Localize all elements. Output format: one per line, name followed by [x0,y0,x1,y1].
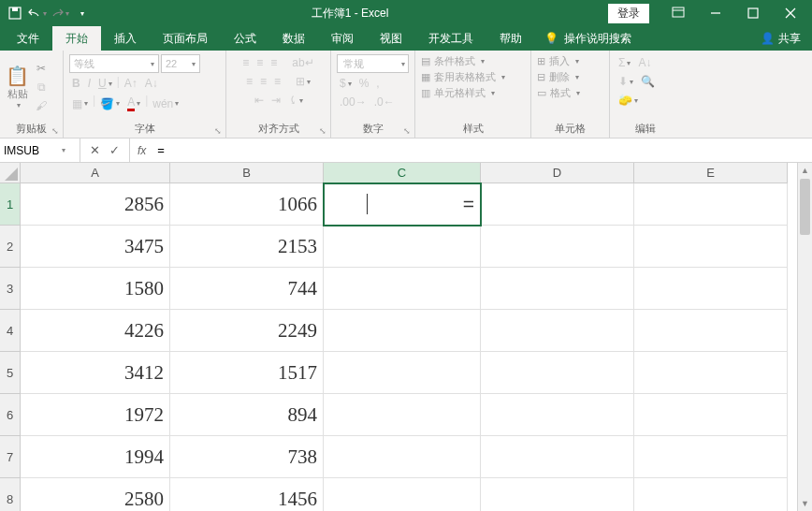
col-header-C[interactable]: C [324,163,481,183]
cell-E8[interactable] [634,478,788,511]
increase-decimal-icon[interactable]: .00→ [337,94,370,110]
tab-review[interactable]: 审阅 [318,26,367,51]
cell-E7[interactable] [634,436,788,478]
align-top-icon[interactable]: ≡ [239,54,252,71]
tab-formulas[interactable]: 公式 [221,26,269,51]
undo-icon[interactable]: ▾ [28,4,47,22]
cell-B2[interactable]: 2153 [170,226,324,268]
align-bottom-icon[interactable]: ≡ [268,54,280,71]
clipboard-launcher-icon[interactable]: ⤡ [51,126,59,136]
scroll-down-icon[interactable]: ▼ [798,496,812,511]
font-launcher-icon[interactable]: ⤡ [214,126,222,136]
cell-E6[interactable] [634,394,788,436]
number-format-select[interactable]: 常规 [337,54,409,73]
tab-help[interactable]: 帮助 [486,26,535,51]
cell-B4[interactable]: 2249 [170,310,324,352]
row-header-4[interactable]: 4 [0,310,21,352]
cell-A5[interactable]: 3412 [21,352,170,394]
cell-D3[interactable] [481,268,634,310]
cells-area[interactable]: 28561066=3475215315807444226224934121517… [21,183,788,511]
copy-icon[interactable]: ⧉ [33,79,50,95]
underline-button[interactable]: U▾ [95,75,115,92]
cell-A3[interactable]: 1580 [21,268,170,310]
align-center-icon[interactable]: ≡ [257,73,269,90]
row-header-3[interactable]: 3 [0,268,21,310]
sort-filter-icon[interactable]: A↓ [635,54,654,71]
italic-button[interactable]: I [85,75,94,92]
cell-E3[interactable] [634,268,788,310]
cell-C1[interactable]: = [324,183,481,226]
col-header-B[interactable]: B [170,163,324,183]
row-header-5[interactable]: 5 [0,352,21,394]
cell-E4[interactable] [634,310,788,352]
cell-C5[interactable] [324,352,481,394]
row-header-1[interactable]: 1 [0,183,21,226]
tab-data[interactable]: 数据 [269,26,318,51]
scroll-up-icon[interactable]: ▲ [798,163,812,178]
col-header-E[interactable]: E [634,163,788,183]
font-size-select[interactable]: 22 [161,54,200,73]
cell-D6[interactable] [481,394,634,436]
row-header-2[interactable]: 2 [0,226,21,268]
decrease-indent-icon[interactable]: ⇤ [252,92,267,109]
cell-A7[interactable]: 1994 [21,436,170,478]
maximize-icon[interactable] [735,0,771,26]
cell-A4[interactable]: 4226 [21,310,170,352]
fill-color-icon[interactable]: 🪣▾ [97,94,123,113]
cell-A1[interactable]: 2856 [21,183,170,226]
conditional-format-button[interactable]: ▤条件格式▾ [421,54,485,68]
row-header-8[interactable]: 8 [0,478,21,511]
tab-view[interactable]: 视图 [367,26,415,51]
alignment-launcher-icon[interactable]: ⤡ [319,126,326,136]
cell-B8[interactable]: 1456 [170,478,324,511]
cell-E1[interactable] [634,183,788,226]
scroll-thumb[interactable] [800,179,810,235]
align-middle-icon[interactable]: ≡ [254,54,266,71]
close-icon[interactable] [773,0,808,26]
tab-pagelayout[interactable]: 页面布局 [150,26,221,51]
login-button[interactable]: 登录 [608,4,649,23]
accept-formula-icon[interactable]: ✓ [109,143,120,157]
format-table-button[interactable]: ▦套用表格格式▾ [421,70,505,84]
bold-button[interactable]: B [69,75,83,92]
paste-button[interactable]: 📋 粘贴 ▾ [6,65,29,110]
col-header-D[interactable]: D [481,163,634,183]
redo-icon[interactable]: ▾ [51,4,69,22]
select-all-corner[interactable] [0,163,21,183]
font-name-select[interactable]: 等线 [69,54,159,73]
cell-E5[interactable] [634,352,788,394]
cell-A8[interactable]: 2580 [21,478,170,511]
fill-icon[interactable]: ⬇▾ [616,73,636,90]
accounting-icon[interactable]: $▾ [337,75,355,92]
cell-B6[interactable]: 894 [170,394,324,436]
comma-icon[interactable]: , [373,75,382,92]
cell-C3[interactable] [324,268,481,310]
tab-developer[interactable]: 开发工具 [415,26,486,51]
cell-B5[interactable]: 1517 [170,352,324,394]
wrap-text-icon[interactable]: ab↵ [289,54,316,71]
increase-font-icon[interactable]: A↑ [122,75,140,92]
cut-icon[interactable]: ✂ [33,60,50,77]
tab-insert[interactable]: 插入 [101,26,150,51]
delete-cells-button[interactable]: ⊟删除▾ [537,70,579,84]
align-right-icon[interactable]: ≡ [271,73,283,90]
phonetic-icon[interactable]: wén▾ [150,94,181,113]
cell-C4[interactable] [324,310,481,352]
cancel-formula-icon[interactable]: ✕ [90,143,100,157]
font-color-icon[interactable]: A▾ [124,94,143,113]
minimize-icon[interactable] [698,0,733,26]
cell-C6[interactable] [324,394,481,436]
autosum-icon[interactable]: Σ▾ [616,54,633,71]
row-header-7[interactable]: 7 [0,436,21,478]
increase-indent-icon[interactable]: ⇥ [268,92,283,109]
format-painter-icon[interactable]: 🖌 [33,97,50,114]
tab-home[interactable]: 开始 [52,26,101,51]
cell-C8[interactable] [324,478,481,511]
cell-A2[interactable]: 3475 [21,226,170,268]
cell-B3[interactable]: 744 [170,268,324,310]
cell-A6[interactable]: 1972 [21,394,170,436]
format-cells-button[interactable]: ▭格式▾ [537,86,580,100]
clear-icon[interactable]: 🧽▾ [616,92,641,109]
cell-C2[interactable] [324,226,481,268]
align-left-icon[interactable]: ≡ [243,73,255,90]
